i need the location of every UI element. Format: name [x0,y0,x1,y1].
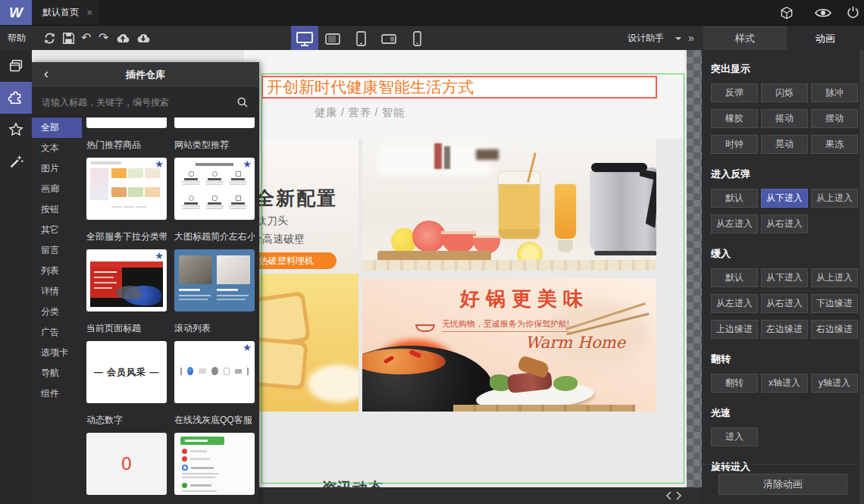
power-exit-icon[interactable] [846,5,860,20]
anim-button[interactable]: 反弹 [711,83,758,102]
anim-button[interactable]: 晃动 [761,135,808,154]
hero-title-element[interactable]: 开创新时代健康智能生活方式 [261,76,657,99]
canvas-scrollbar[interactable] [687,50,702,487]
news-section-title[interactable]: 资讯动态 [322,478,383,487]
help-button[interactable]: 帮助 [8,26,26,51]
app-logo[interactable]: W [0,0,32,25]
sidebar-plugins-icon[interactable] [0,82,32,114]
favorite-star-icon[interactable]: ★ [243,342,252,353]
category-item[interactable]: 画廊 [32,179,82,199]
anim-button[interactable]: 从左进入 [711,294,758,313]
panel-scrollbar[interactable] [859,50,864,504]
plugin-card-scroll-list[interactable]: ★ [174,341,255,403]
anim-button[interactable]: 闪烁 [761,83,808,102]
anim-button[interactable]: 左边缘进 [761,320,808,339]
clear-animation-button[interactable]: 清除动画 [718,474,847,495]
device-tablet-portrait-button[interactable] [347,26,374,51]
tab-close-icon[interactable]: × [86,0,92,25]
tab-animation[interactable]: 动画 [787,26,864,51]
category-item[interactable]: 列表 [32,261,82,281]
sidebar-favorites-icon[interactable] [0,114,32,146]
category-item[interactable]: 留言 [32,240,82,261]
category-item[interactable]: 分类 [32,302,82,322]
anim-button[interactable]: 翻转 [711,374,758,393]
hero-subtitle[interactable]: 健康 / 营养 / 智能 [315,106,405,120]
toast-photo[interactable] [244,274,358,412]
favorite-star-icon[interactable]: ★ [155,158,164,170]
plugin-card-counter[interactable]: 0 [86,433,167,495]
device-phone-landscape-button[interactable] [375,26,402,51]
anim-button[interactable]: 进入 [711,427,758,446]
refresh-icon[interactable] [43,32,56,45]
components-cube-icon[interactable] [779,5,794,20]
anim-button[interactable]: 从上进入 [811,189,858,208]
page-tab[interactable]: 默认首页 × [32,0,99,25]
category-item[interactable]: 导航 [32,363,82,383]
plugin-card-qq-service[interactable] [174,433,255,495]
device-desktop-button[interactable] [291,26,318,51]
category-item[interactable]: 广告 [32,322,82,343]
anim-button[interactable]: 下边缘进 [811,294,858,313]
collapse-chevron[interactable]: » [688,26,694,51]
promo-feature-1: 钛刀头 [256,214,288,228]
design-assistant-menu[interactable]: 设计助手 [628,26,664,51]
preview-eye-icon[interactable] [814,7,832,19]
device-phone-portrait-button[interactable] [403,26,430,51]
plugin-card-page-title[interactable]: — 会员风采 — [86,341,167,403]
redo-icon[interactable]: ↷ [99,31,108,44]
category-item[interactable]: 按钮 [32,199,82,220]
kettle-photo[interactable] [362,139,656,271]
wok-banner[interactable]: 好锅更美味 无忧购物，至诚服务为你保驾护航! Warm Home [362,279,656,412]
anim-button[interactable]: 从下进入 [761,268,808,287]
cloud-download-icon[interactable] [136,32,151,45]
anim-button[interactable]: 果冻 [811,135,858,154]
plugin-card-big-image-slider[interactable] [174,249,255,311]
save-icon[interactable] [62,32,75,45]
plugin-card-dropdown-nav[interactable]: ★ [86,249,167,311]
anim-button[interactable]: 脉冲 [811,83,858,102]
anim-button[interactable]: 默认 [711,189,758,208]
anim-button[interactable]: 橡胶 [711,109,758,128]
chevron-down-icon [675,37,681,40]
anim-button-selected[interactable]: 从下进入 [761,189,808,208]
code-view-icon[interactable] [665,490,682,501]
anim-button[interactable]: 从右进入 [761,214,808,233]
cloud-upload-icon[interactable] [115,32,130,45]
category-item[interactable]: 图片 [32,158,82,179]
anim-button[interactable]: 右边缘进 [811,320,858,339]
anim-button[interactable]: 从左进入 [711,214,758,233]
plate-shape [308,365,358,402]
anim-button[interactable]: 摇动 [761,109,808,128]
anim-button[interactable]: 时钟 [711,135,758,154]
plugin-card-site-types[interactable]: ★ [174,158,255,220]
sidebar-tools-icon[interactable] [0,146,32,177]
undo-icon[interactable]: ↶ [81,31,91,44]
favorite-star-icon[interactable]: ★ [243,158,252,170]
category-item[interactable]: 其它 [32,220,82,240]
promo-banner[interactable]: 全新配置 钛刀头 分高速破壁 热破壁料理机 [244,139,358,271]
anim-button[interactable]: 上边缘进 [711,320,758,339]
anim-button[interactable]: 摆动 [811,109,858,128]
juice-pitcher [497,171,541,240]
anim-button[interactable]: 从右进入 [761,294,808,313]
category-item[interactable]: 详情 [32,281,82,302]
search-input[interactable] [32,87,230,117]
anim-button[interactable]: 从上进入 [811,268,858,287]
section-heading: 缓入 [711,247,864,261]
device-tablet-landscape-button[interactable] [319,26,346,51]
category-item[interactable]: 选项卡 [32,343,82,363]
category-item[interactable]: 文本 [32,138,82,158]
hero-title-text: 开创新时代健康智能生活方式 [267,78,474,95]
plugin-card-partial[interactable] [174,117,255,128]
favorite-star-icon[interactable]: ★ [155,250,164,261]
anim-button[interactable]: 默认 [711,268,758,287]
plugin-card-partial[interactable] [86,117,167,128]
anim-button[interactable]: y轴进入 [811,374,858,393]
plugin-card-hot-products[interactable]: ★ [86,158,167,220]
tab-style[interactable]: 样式 [703,26,787,51]
category-item[interactable]: 全部 [32,117,82,138]
category-item[interactable]: 组件 [32,383,82,404]
sidebar-pages-icon[interactable] [0,50,32,82]
search-icon[interactable] [236,96,249,108]
anim-button[interactable]: x轴进入 [761,374,808,393]
